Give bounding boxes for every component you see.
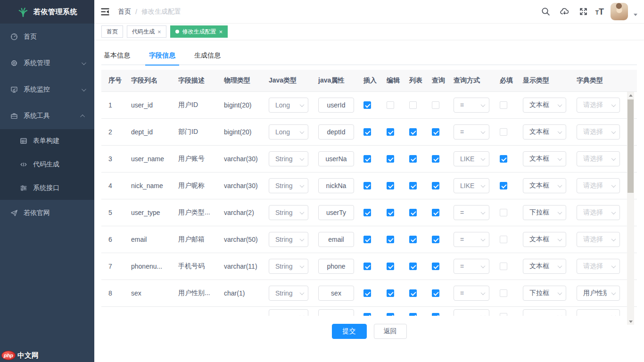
scroll-down-arrow-icon[interactable] (627, 318, 634, 325)
select-java-type[interactable]: String (269, 151, 308, 166)
sidebar-item-system-manage[interactable]: 系统管理 (0, 50, 94, 76)
checkbox-list[interactable] (409, 263, 417, 270)
sidebar-item-system-tools[interactable]: 系统工具 (0, 103, 94, 129)
search-button[interactable] (539, 4, 553, 20)
sidebar-item-home[interactable]: 首页 (0, 24, 94, 50)
checkbox-edit[interactable] (387, 313, 394, 316)
sidebar-item-system-monitor[interactable]: 系统监控 (0, 76, 94, 103)
tab-basic-info[interactable]: 基本信息 (101, 46, 140, 65)
select-java-type[interactable]: String (269, 286, 308, 301)
input-java-field[interactable]: deptId (318, 124, 354, 140)
sidebar-item-form-build[interactable]: 表单构建 (0, 129, 94, 153)
hamburger-icon[interactable] (100, 7, 110, 17)
select-java-type[interactable]: String (269, 259, 308, 274)
fullscreen-button[interactable] (577, 4, 591, 20)
checkbox-required[interactable] (500, 263, 507, 270)
breadcrumb-home[interactable]: 首页 (118, 8, 131, 16)
tag-edit-gen-config[interactable]: 修改生成配置 × (170, 25, 228, 38)
checkbox-edit[interactable] (387, 263, 394, 270)
checkbox-edit[interactable] (387, 236, 394, 243)
checkbox-required[interactable] (500, 128, 507, 136)
tab-field-info[interactable]: 字段信息 (140, 46, 185, 65)
close-icon[interactable]: × (219, 29, 223, 35)
select-html-type[interactable]: 文本框 (523, 232, 566, 247)
input-java-field[interactable]: userTy (318, 205, 354, 220)
select-java-type[interactable]: String (269, 232, 308, 247)
input-java-field[interactable]: nickNa (318, 178, 354, 193)
select-query-type[interactable]: LIKE (454, 178, 489, 193)
scrollbar-thumb[interactable] (627, 99, 634, 193)
sidebar-item-system-api[interactable]: 系统接口 (0, 176, 94, 200)
select-query-type[interactable]: = (454, 286, 489, 301)
checkbox-query[interactable] (432, 128, 439, 136)
select-html-type[interactable]: 下拉框 (523, 286, 566, 301)
select-html-type[interactable]: 文本框 (523, 124, 566, 140)
input-java-field[interactable] (318, 309, 354, 316)
checkbox-edit[interactable] (387, 155, 394, 163)
checkbox-list[interactable] (409, 236, 417, 243)
sidebar-item-code-generate[interactable]: 代码生成 (0, 153, 94, 176)
select-html-type[interactable]: 下拉框 (523, 205, 566, 220)
table-scrollbar[interactable] (627, 92, 634, 325)
select-query-type[interactable]: = (454, 205, 489, 220)
select-dict-type[interactable]: 请选择 (577, 124, 620, 140)
tag-home[interactable]: 首页 (101, 25, 123, 38)
input-java-field[interactable]: userId (318, 98, 354, 113)
sidebar-item-official-site[interactable]: 若依官网 (0, 200, 94, 226)
select-dict-type[interactable] (577, 309, 620, 316)
select-html-type[interactable] (523, 309, 566, 316)
checkbox-edit[interactable] (387, 182, 394, 189)
avatar[interactable] (611, 3, 628, 20)
checkbox-list[interactable] (409, 313, 417, 316)
select-dict-type[interactable]: 请选择 (577, 259, 620, 274)
checkbox-edit[interactable] (387, 289, 394, 297)
checkbox-required[interactable] (500, 101, 507, 109)
checkbox-insert[interactable] (363, 313, 371, 316)
select-java-type[interactable]: String (269, 178, 308, 193)
checkbox-insert[interactable] (363, 236, 371, 243)
checkbox-list[interactable] (409, 128, 417, 136)
input-java-field[interactable]: sex (318, 286, 354, 301)
select-dict-type[interactable]: 用户性别 (577, 286, 620, 301)
checkbox-query[interactable] (432, 209, 439, 216)
download-button[interactable] (558, 4, 572, 20)
checkbox-required[interactable] (500, 236, 507, 243)
checkbox-query[interactable] (432, 101, 439, 109)
checkbox-required[interactable] (500, 289, 507, 297)
caret-down-icon[interactable] (634, 14, 637, 16)
font-size-icon[interactable]: TT (595, 8, 604, 16)
checkbox-edit[interactable] (387, 128, 394, 136)
select-dict-type[interactable]: 请选择 (577, 151, 620, 166)
select-query-type[interactable]: = (454, 232, 489, 247)
select-query-type[interactable]: = (454, 124, 489, 140)
checkbox-list[interactable] (409, 182, 417, 189)
checkbox-edit[interactable] (387, 101, 394, 109)
select-java-type[interactable] (269, 309, 308, 316)
checkbox-required[interactable] (500, 313, 507, 316)
checkbox-required[interactable] (500, 209, 507, 216)
close-icon[interactable]: × (157, 29, 161, 35)
checkbox-list[interactable] (409, 289, 417, 297)
select-query-type[interactable]: = (454, 98, 489, 113)
checkbox-query[interactable] (432, 313, 439, 316)
select-java-type[interactable]: Long (269, 98, 308, 113)
select-java-type[interactable]: Long (269, 124, 308, 140)
scroll-up-arrow-icon[interactable] (627, 92, 634, 99)
checkbox-insert[interactable] (363, 128, 371, 136)
select-dict-type[interactable]: 请选择 (577, 205, 620, 220)
select-query-type[interactable]: = (454, 259, 489, 274)
input-java-field[interactable]: userNa (318, 151, 354, 166)
checkbox-insert[interactable] (363, 155, 371, 163)
input-java-field[interactable]: email (318, 232, 354, 247)
select-dict-type[interactable]: 请选择 (577, 178, 620, 193)
tab-generate-info[interactable]: 生成信息 (185, 46, 230, 65)
select-html-type[interactable]: 文本框 (523, 151, 566, 166)
checkbox-required[interactable] (500, 155, 507, 163)
checkbox-insert[interactable] (363, 263, 371, 270)
select-html-type[interactable]: 文本框 (523, 178, 566, 193)
app-logo[interactable]: 若依管理系统 (0, 0, 94, 24)
checkbox-list[interactable] (409, 209, 417, 216)
select-html-type[interactable]: 文本框 (523, 98, 566, 113)
checkbox-list[interactable] (409, 101, 417, 109)
checkbox-query[interactable] (432, 236, 439, 243)
